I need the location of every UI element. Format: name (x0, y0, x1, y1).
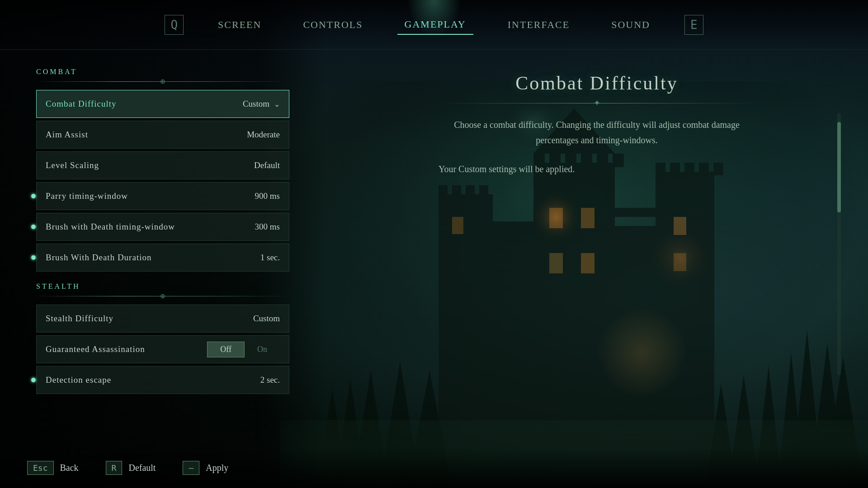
combat-section-header: COMBAT (36, 68, 289, 76)
bottom-bar: Esc Back R Default — Apply (0, 447, 868, 488)
combat-divider (36, 81, 289, 82)
aim-assist-label: Aim Assist (46, 130, 88, 140)
settings-panel: COMBAT Combat Difficulty Custom ⌄ Aim As… (0, 50, 326, 488)
stealth-section-header: STEALTH (36, 282, 289, 291)
parry-timing-row[interactable]: Parry timing-window 900 ms (36, 182, 289, 210)
combat-difficulty-label: Combat Difficulty (46, 99, 117, 109)
navigation-bar: Q Screen Controls Gameplay Interface Sou… (0, 0, 868, 50)
guaranteed-assassination-label: Guaranteed Assassination (46, 344, 145, 354)
toggle-on-button[interactable]: On (245, 342, 280, 357)
level-scaling-value: Default (254, 160, 280, 170)
toggle-container: Off On (207, 342, 280, 357)
info-note: Your Custom settings will be applied. (439, 161, 755, 177)
combat-difficulty-row[interactable]: Combat Difficulty Custom ⌄ (36, 90, 289, 118)
aim-assist-value: Moderate (247, 130, 280, 140)
tab-gameplay[interactable]: Gameplay (397, 15, 473, 35)
tab-sound[interactable]: Sound (604, 15, 657, 34)
level-scaling-label: Level Scaling (46, 160, 99, 170)
combat-difficulty-value: Custom (243, 99, 269, 109)
info-title: Combat Difficulty (515, 72, 678, 94)
detection-escape-label: Detection escape (46, 375, 111, 385)
stealth-difficulty-label: Stealth Difficulty (46, 314, 113, 324)
main-content: COMBAT Combat Difficulty Custom ⌄ Aim As… (0, 50, 868, 488)
parry-timing-value: 900 ms (255, 191, 280, 201)
left-bracket[interactable]: Q (165, 15, 184, 35)
detection-dot (31, 378, 36, 382)
stealth-divider (36, 296, 289, 296)
stealth-difficulty-row[interactable]: Stealth Difficulty Custom (36, 305, 289, 333)
back-label: Back (60, 463, 79, 473)
aim-assist-row[interactable]: Aim Assist Moderate (36, 121, 289, 149)
back-key: Esc (27, 461, 54, 475)
default-label: Default (128, 463, 156, 473)
toggle-off-button[interactable]: Off (207, 342, 245, 357)
tab-controls[interactable]: Controls (296, 15, 370, 34)
level-scaling-row[interactable]: Level Scaling Default (36, 151, 289, 179)
brush-duration-value: 1 sec. (260, 253, 280, 263)
brush-timing-dot (31, 225, 36, 229)
back-action[interactable]: Esc Back (27, 461, 79, 475)
parry-timing-label: Parry timing-window (46, 191, 128, 201)
brush-timing-value: 300 ms (255, 222, 280, 232)
scrollbar[interactable] (837, 113, 841, 375)
info-divider (439, 103, 755, 103)
info-panel: Combat Difficulty Choose a combat diffic… (326, 50, 868, 488)
apply-label: Apply (206, 463, 228, 473)
stealth-difficulty-value: Custom (253, 314, 280, 324)
brush-duration-label: Brush With Death Duration (46, 253, 151, 263)
right-bracket[interactable]: E (684, 15, 703, 35)
chevron-down-icon: ⌄ (274, 100, 280, 108)
tab-interface[interactable]: Interface (500, 15, 577, 34)
default-action[interactable]: R Default (106, 461, 156, 475)
apply-action[interactable]: — Apply (183, 461, 228, 475)
brush-duration-dot (31, 255, 36, 260)
info-description: Choose a combat difficulty. Changing the… (439, 117, 755, 148)
brush-timing-label: Brush with Death timing-window (46, 222, 175, 232)
detection-escape-value: 2 sec. (260, 375, 280, 385)
apply-key: — (183, 461, 199, 475)
brush-duration-row[interactable]: Brush With Death Duration 1 sec. (36, 244, 289, 272)
brush-timing-row[interactable]: Brush with Death timing-window 300 ms (36, 213, 289, 241)
tab-screen[interactable]: Screen (211, 15, 269, 34)
detection-escape-row[interactable]: Detection escape 2 sec. (36, 366, 289, 394)
default-key: R (106, 461, 123, 475)
guaranteed-assassination-row[interactable]: Guaranteed Assassination Off On (36, 335, 289, 363)
parry-dot (31, 194, 36, 198)
scrollbar-thumb[interactable] (837, 122, 841, 212)
